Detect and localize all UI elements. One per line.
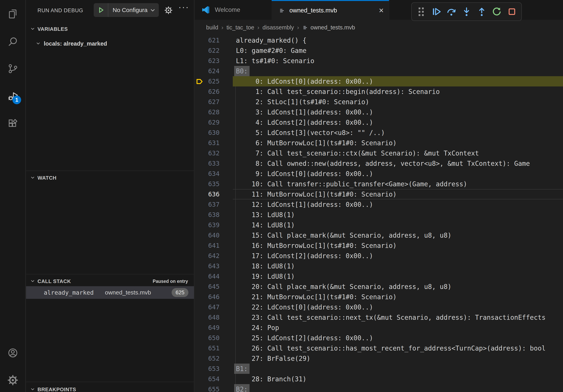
breakpoints-section-header[interactable]: BREAKPOINTS	[26, 384, 194, 392]
glyph-margin[interactable]	[195, 302, 206, 312]
code-line-653[interactable]: 653B1:	[195, 364, 563, 374]
locals-scope-row[interactable]: locals: already_marked	[26, 38, 194, 49]
code-line-634[interactable]: 634 9: LdConst[0](address: 0x00..)	[195, 169, 563, 179]
breadcrumb-item[interactable]: tic_tac_toe	[227, 24, 254, 31]
glyph-margin[interactable]	[195, 66, 206, 76]
code-line-627[interactable]: 627 2: StLoc[1](ts#1#0: Scenario)	[195, 97, 563, 107]
code-line-640[interactable]: 640 15: Call place_mark(&mut Scenario, a…	[195, 230, 563, 240]
code-line-628[interactable]: 628 3: LdConst[1](address: 0x00..)	[195, 107, 563, 117]
explorer-icon[interactable]	[7, 8, 18, 19]
glyph-margin[interactable]	[195, 107, 206, 117]
code-line-633[interactable]: 633 8: Call owned::new(address, address,…	[195, 158, 563, 169]
glyph-margin[interactable]	[195, 169, 206, 179]
code-line-642[interactable]: 642 17: LdConst[2](address: 0x00..)	[195, 251, 563, 261]
toolbar-drag-handle[interactable]	[415, 5, 428, 18]
glyph-margin[interactable]	[195, 333, 206, 343]
code-line-637[interactable]: 637 12: LdConst[1](address: 0x00..)	[195, 199, 563, 210]
continue-button[interactable]	[430, 5, 443, 18]
tab-owned-tests[interactable]: owned_tests.mvb ×	[272, 0, 389, 20]
glyph-margin[interactable]	[195, 374, 206, 384]
glyph-margin[interactable]	[195, 364, 206, 374]
more-actions-icon[interactable]: ···	[178, 1, 189, 12]
code-line-639[interactable]: 639 14: LdU8(1)	[195, 220, 563, 230]
variables-section-header[interactable]: VARIABLES	[26, 23, 194, 35]
code-line-638[interactable]: 638 13: LdU8(1)	[195, 210, 563, 220]
glyph-margin[interactable]	[195, 45, 206, 56]
glyph-margin[interactable]	[195, 353, 206, 364]
code-line-630[interactable]: 630 5: LdConst[3](vector<u8>: "" /..)	[195, 128, 563, 138]
code-line-631[interactable]: 631 6: MutBorrowLoc[1](ts#1#0: Scenario)	[195, 138, 563, 148]
close-icon[interactable]: ×	[379, 6, 384, 15]
code-line-643[interactable]: 643 18: LdU8(1)	[195, 261, 563, 271]
glyph-margin[interactable]	[195, 148, 206, 158]
glyph-margin[interactable]	[195, 292, 206, 302]
execution-pointer-icon[interactable]	[195, 76, 206, 86]
debug-settings-gear-icon[interactable]	[164, 6, 173, 15]
glyph-margin[interactable]	[195, 384, 206, 392]
glyph-margin[interactable]	[195, 220, 206, 230]
debug-config-dropdown[interactable]: No Configura	[94, 3, 159, 17]
glyph-margin[interactable]	[195, 158, 206, 169]
code-line-648[interactable]: 648 23: Call test_scenario::next_tx(&mut…	[195, 312, 563, 323]
code-line-635[interactable]: 635 10: Call transfer::public_transfer<G…	[195, 179, 563, 189]
glyph-margin[interactable]	[195, 97, 206, 107]
glyph-margin[interactable]	[195, 271, 206, 281]
account-icon[interactable]	[7, 347, 18, 358]
code-line-621[interactable]: 621already_marked() {	[195, 35, 563, 45]
code-line-624[interactable]: 624B0:	[195, 66, 563, 76]
code-line-629[interactable]: 629 4: LdConst[2](address: 0x00..)	[195, 117, 563, 128]
glyph-margin[interactable]	[195, 179, 206, 189]
glyph-margin[interactable]	[195, 230, 206, 240]
start-debug-icon[interactable]	[94, 3, 108, 17]
tab-welcome[interactable]: Welcome	[195, 0, 272, 20]
code-line-623[interactable]: 623L1: ts#1#0: Scenario	[195, 56, 563, 66]
stop-button[interactable]	[505, 5, 518, 18]
code-line-650[interactable]: 650 25: LdConst[2](address: 0x00..)	[195, 333, 563, 343]
step-out-button[interactable]	[475, 5, 488, 18]
glyph-margin[interactable]	[195, 35, 206, 45]
glyph-margin[interactable]	[195, 312, 206, 323]
glyph-margin[interactable]	[195, 261, 206, 271]
code-line-636[interactable]: 636 11: MutBorrowLoc[1](ts#1#0: Scenario…	[195, 189, 563, 199]
call-stack-frame-row[interactable]: already_marked owned_tests.mvb 625	[26, 286, 194, 299]
glyph-margin[interactable]	[195, 199, 206, 210]
code-line-647[interactable]: 647 22: LdConst[0](address: 0x00..)	[195, 302, 563, 312]
glyph-margin[interactable]	[195, 86, 206, 97]
glyph-margin[interactable]	[195, 138, 206, 148]
call-stack-section-header[interactable]: CALL STACK Paused on entry	[26, 275, 194, 287]
glyph-margin[interactable]	[195, 189, 206, 199]
code-line-651[interactable]: 651 26: Call test_scenario::has_most_rec…	[195, 343, 563, 353]
glyph-margin[interactable]	[195, 343, 206, 353]
source-control-icon[interactable]	[7, 63, 18, 74]
watch-section-header[interactable]: WATCH	[26, 172, 194, 183]
settings-gear-icon[interactable]	[7, 375, 18, 386]
glyph-margin[interactable]	[195, 281, 206, 292]
code-line-632[interactable]: 632 7: Call test_scenario::ctx(&mut Scen…	[195, 148, 563, 158]
breadcrumb-item[interactable]: build	[206, 24, 218, 31]
code-line-625[interactable]: 625 0: LdConst[0](address: 0x00..)	[195, 76, 563, 86]
glyph-margin[interactable]	[195, 251, 206, 261]
code-line-645[interactable]: 645 20: Call place_mark(&mut Scenario, a…	[195, 281, 563, 292]
glyph-margin[interactable]	[195, 210, 206, 220]
code-line-641[interactable]: 641 16: MutBorrowLoc[1](ts#1#0: Scenario…	[195, 240, 563, 251]
glyph-margin[interactable]	[195, 240, 206, 251]
code-line-652[interactable]: 652 27: BrFalse(29)	[195, 353, 563, 364]
glyph-margin[interactable]	[195, 323, 206, 333]
run-and-debug-icon[interactable]: 1	[7, 91, 18, 102]
code-line-649[interactable]: 649 24: Pop	[195, 323, 563, 333]
glyph-margin[interactable]	[195, 56, 206, 66]
restart-button[interactable]	[490, 5, 503, 18]
code-line-622[interactable]: 622L0: game#2#0: Game	[195, 45, 563, 56]
code-line-644[interactable]: 644 19: LdU8(1)	[195, 271, 563, 281]
glyph-margin[interactable]	[195, 117, 206, 128]
code-line-646[interactable]: 646 21: MutBorrowLoc[1](ts#1#0: Scenario…	[195, 292, 563, 302]
breadcrumb-item-file[interactable]: owned_tests.mvb	[302, 24, 355, 31]
breadcrumb-item[interactable]: disassembly	[263, 24, 294, 31]
search-icon[interactable]	[7, 36, 18, 47]
code-line-654[interactable]: 654 28: Branch(31)	[195, 374, 563, 384]
step-over-button[interactable]	[445, 5, 458, 18]
step-into-button[interactable]	[460, 5, 473, 18]
extensions-icon[interactable]	[7, 118, 18, 130]
code-line-655[interactable]: 655B2:	[195, 384, 563, 392]
glyph-margin[interactable]	[195, 128, 206, 138]
